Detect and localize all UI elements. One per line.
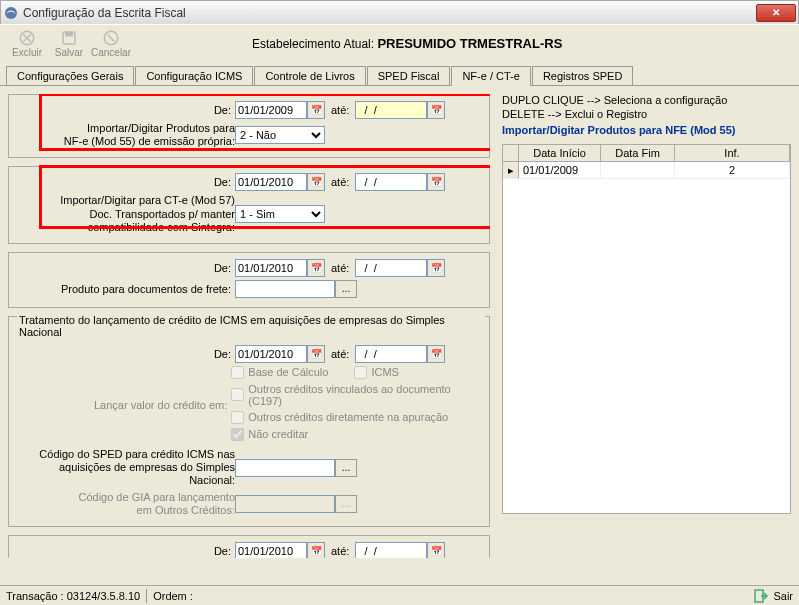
section1-select[interactable]: 2 - Não (235, 126, 325, 144)
calendar-icon[interactable]: 📅 (307, 259, 325, 277)
de-label-2: De: (15, 176, 235, 188)
excluir-button[interactable]: Excluir (6, 29, 48, 58)
cb-base-calculo (231, 366, 244, 379)
tab-controle-livros[interactable]: Controle de Livros (254, 66, 365, 85)
transacao-value: 03124/3.5.8.10 (67, 590, 140, 602)
sair-button[interactable]: Sair (753, 588, 793, 604)
cb-outros-apur-label: Outros créditos diretamente na apuração (248, 411, 448, 423)
save-icon (60, 29, 78, 47)
codigo-gia-label: Código de GIA para lançamentoem Outros C… (15, 491, 235, 517)
grid-header-indicator (503, 145, 519, 161)
hint-duplo-clique: DUPLO CLIQUE --> Seleciona a configuraçã… (502, 94, 791, 106)
hint-delete: DELETE --> Exclui o Registro (502, 108, 791, 120)
row-indicator-icon: ▸ (503, 162, 519, 178)
close-button[interactable]: ✕ (756, 4, 796, 22)
toolbar: Excluir Salvar Cancelar Estabelecimento … (0, 24, 799, 62)
establishment-display: Estabelecimento Atual: PRESUMIDO TRMESTR… (252, 36, 562, 51)
calendar-icon[interactable]: 📅 (307, 101, 325, 119)
tab-nfe-cte[interactable]: NF-e / CT-e (451, 66, 530, 86)
calendar-icon[interactable]: 📅 (427, 101, 445, 119)
selected-config-label: Importar/Digitar Produtos para NFE (Mod … (502, 124, 791, 136)
app-icon (3, 5, 19, 21)
calendar-icon[interactable]: 📅 (427, 259, 445, 277)
de-label-4: De: (15, 348, 235, 360)
de-input-2[interactable] (235, 173, 307, 191)
left-panel: De: 📅 até: 📅 Importar/Digitar Produtos p… (8, 94, 490, 558)
ate-input-2[interactable] (355, 173, 427, 191)
calendar-icon[interactable]: 📅 (307, 542, 325, 558)
right-panel: DUPLO CLIQUE --> Seleciona a configuraçã… (502, 94, 791, 558)
browse-button[interactable]: ... (335, 459, 357, 477)
ate-label-5: até: (325, 545, 355, 557)
calendar-icon[interactable]: 📅 (427, 173, 445, 191)
produto-frete-input[interactable] (235, 280, 335, 298)
cb-base-calculo-label: Base de Cálculo (248, 366, 328, 378)
cb-icms (354, 366, 367, 379)
cancelar-button[interactable]: Cancelar (90, 29, 132, 58)
de-label-5: De: (15, 545, 235, 557)
de-input-3[interactable] (235, 259, 307, 277)
ate-input-1[interactable] (355, 101, 427, 119)
fieldset-title: Tratamento do lançamento de crédito de I… (17, 314, 485, 338)
salvar-label: Salvar (55, 47, 83, 58)
grid-header-inf[interactable]: Inf. (675, 145, 790, 161)
grid-header-data-fim[interactable]: Data Fim (601, 145, 675, 161)
section-simples-nacional: Tratamento do lançamento de crédito de I… (8, 316, 490, 527)
svg-line-7 (108, 35, 114, 41)
cb-outros-doc-label: Outros créditos vinculados ao documento … (248, 383, 483, 407)
establishment-label: Estabelecimento Atual: (252, 37, 374, 51)
de-input-1[interactable] (235, 101, 307, 119)
tab-config-icms[interactable]: Configuração ICMS (135, 66, 253, 85)
cb-icms-label: ICMS (371, 366, 399, 378)
grid-cell-data-fim (601, 162, 675, 178)
codigo-sped-input[interactable] (235, 459, 335, 477)
grid-header-data-inicio[interactable]: Data Início (519, 145, 601, 161)
sair-label: Sair (773, 590, 793, 602)
statusbar: Transação : 03124/3.5.8.10 Ordem : Sair (0, 585, 799, 605)
browse-button[interactable]: ... (335, 280, 357, 298)
ate-input-4[interactable] (355, 345, 427, 363)
exit-icon (753, 588, 769, 604)
section-cte: De: 📅 até: 📅 Importar/Digitar para CT-e … (8, 166, 490, 244)
calendar-icon[interactable]: 📅 (427, 345, 445, 363)
de-input-5[interactable] (235, 542, 307, 558)
produto-frete-label: Produto para documentos de frete: (15, 283, 235, 295)
grid-cell-data-inicio: 01/01/2009 (519, 162, 601, 178)
de-input-4[interactable] (235, 345, 307, 363)
salvar-button[interactable]: Salvar (48, 29, 90, 58)
calendar-icon[interactable]: 📅 (307, 173, 325, 191)
section-nfe-produtos: De: 📅 até: 📅 Importar/Digitar Produtos p… (8, 94, 490, 158)
tab-config-gerais[interactable]: Configurações Gerais (6, 66, 134, 85)
section2-label: Importar/Digitar para CT-e (Mod 57)Doc. … (15, 194, 235, 234)
ordem-label: Ordem : (153, 590, 193, 602)
tab-sped-fiscal[interactable]: SPED Fiscal (367, 66, 451, 85)
tab-strip: Configurações Gerais Configuração ICMS C… (0, 66, 799, 86)
tab-registros-sped[interactable]: Registros SPED (532, 66, 633, 85)
codigo-gia-input (235, 495, 335, 513)
calendar-icon[interactable]: 📅 (427, 542, 445, 558)
grid-cell-inf: 2 (675, 162, 790, 178)
ate-label-4: até: (325, 348, 355, 360)
section2-select[interactable]: 1 - Sim (235, 205, 325, 223)
config-grid[interactable]: Data Início Data Fim Inf. ▸ 01/01/2009 2 (502, 144, 791, 514)
excluir-label: Excluir (12, 47, 42, 58)
de-label-1: De: (15, 104, 235, 116)
ate-input-5[interactable] (355, 542, 427, 558)
browse-button: ... (335, 495, 357, 513)
establishment-value: PRESUMIDO TRMESTRAL-RS (377, 36, 562, 51)
svg-rect-5 (65, 32, 73, 37)
tab-content: De: 📅 até: 📅 Importar/Digitar Produtos p… (0, 86, 799, 566)
delete-icon (18, 29, 36, 47)
cb-nao-creditar-label: Não creditar (248, 428, 308, 440)
cb-nao-creditar (231, 428, 244, 441)
section-credito-presumido: De: 📅 até: 📅 Usar crédito presumido de 7… (8, 535, 490, 558)
ate-input-3[interactable] (355, 259, 427, 277)
ate-label-2: até: (325, 176, 355, 188)
cb-outros-doc (231, 388, 244, 401)
calendar-icon[interactable]: 📅 (307, 345, 325, 363)
grid-row[interactable]: ▸ 01/01/2009 2 (503, 162, 790, 179)
grid-header: Data Início Data Fim Inf. (503, 145, 790, 162)
de-label-3: De: (15, 262, 235, 274)
svg-point-0 (5, 7, 17, 19)
lancar-valor-label: Lançar valor do crédito em: (15, 399, 231, 411)
